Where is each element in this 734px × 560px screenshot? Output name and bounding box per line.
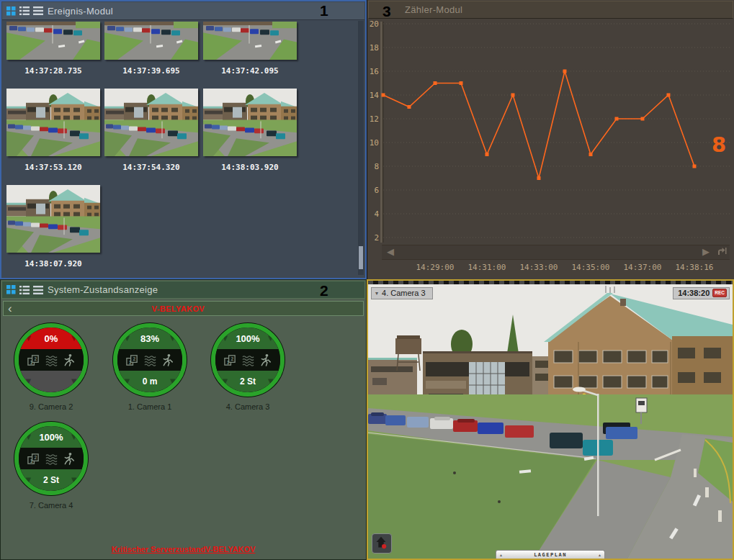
counter-chart: 246810121416182014:29:0014:31:0014:33:00…: [367, 0, 734, 279]
svg-text:12: 12: [370, 114, 379, 124]
app-root: Ereignis-Modul 14:37:28.735 14:37:39.695…: [0, 0, 734, 560]
lageplan-label: LAGEPLAN: [502, 552, 599, 558]
gauge-bottom-segment: ▼ ▼: [19, 371, 84, 392]
grid-view-icon[interactable]: [6, 285, 16, 294]
svg-text:14:38:16: 14:38:16: [676, 263, 714, 272]
header-icons: [6, 285, 43, 294]
event-timestamp: 14:37:53.120: [6, 163, 100, 172]
header-icons: [6, 6, 43, 16]
status-server-bar: ‹ V-BELYAKOV: [3, 301, 364, 316]
svg-text:6: 6: [374, 186, 379, 195]
event-thumbnail[interactable]: [6, 185, 100, 253]
arrow-down-icon: ▼: [69, 376, 79, 387]
gauge-bottom-value: 2 St: [43, 475, 59, 485]
annotation-digit-1: 1: [320, 3, 328, 18]
camera-view-panel[interactable]: ▾ 4. Camera 3 14:38:20 REC ▴ LAGEPLAN ▴: [367, 279, 734, 560]
event-scrollbar[interactable]: [358, 21, 364, 275]
arrow-down-icon: ▼: [220, 376, 230, 387]
grid-view-icon[interactable]: [6, 6, 16, 16]
status-module-header[interactable]: System-Zustandsanzeige: [1, 281, 365, 299]
camera-name-label: 4. Camera 3: [382, 289, 426, 297]
event-module-header[interactable]: Ereignis-Modul: [2, 2, 364, 20]
camera-status-gauge[interactable]: ▼ 83% ▼ ▼ 0 m ▼ 1. Camera 1: [110, 323, 189, 411]
event-scrollbar-thumb[interactable]: [359, 246, 363, 269]
lageplan-collapsed-tab[interactable]: ▴ LAGEPLAN ▴: [496, 550, 605, 559]
gauge-top-segment: ▼ 0% ▼: [19, 328, 84, 349]
camera-status-gauge[interactable]: ▼ 100% ▼ ▼ 2 St ▼ 7. Camera 4: [12, 422, 91, 510]
status-module-title: System-Zustandsanzeige: [48, 284, 158, 295]
svg-text:20: 20: [370, 19, 379, 29]
chart-scrollbar[interactable]: [382, 245, 730, 260]
list-icon[interactable]: [33, 286, 43, 294]
critical-server-alert[interactable]: Kritischer ServerzustandV-BELYAKOV: [1, 545, 366, 554]
svg-text:14:37:00: 14:37:00: [624, 263, 662, 272]
event-timestamp: 14:37:54.320: [104, 163, 198, 172]
runner-icon: [161, 353, 175, 367]
gauge-label: 4. Camera 3: [208, 402, 287, 411]
svg-text:18: 18: [370, 43, 379, 53]
event-timestamp: 14:37:28.735: [6, 66, 100, 76]
gauge-label: 9. Camera 2: [12, 402, 91, 411]
arrow-down-icon: ▼: [220, 333, 230, 343]
event-thumbnail[interactable]: [203, 22, 297, 60]
runner-icon: [63, 353, 76, 367]
collapse-up-icon: ▴: [599, 552, 601, 557]
svg-text:14:33:00: 14:33:00: [520, 263, 558, 272]
list-icon[interactable]: [33, 6, 43, 15]
svg-text:14: 14: [370, 91, 380, 100]
svg-text:10: 10: [370, 138, 379, 148]
status-module-panel: System-Zustandsanzeige ‹ V-BELYAKOV ▼ 0%…: [0, 279, 367, 560]
arrow-down-icon: ▼: [168, 376, 177, 387]
svg-text:8: 8: [374, 162, 379, 171]
arrow-down-icon: ▼: [69, 431, 79, 442]
svg-text:14:29:00: 14:29:00: [416, 263, 455, 272]
svg-text:14:35:00: 14:35:00: [572, 263, 610, 272]
arrow-down-icon: ▼: [24, 376, 33, 387]
event-timestamp: 14:38:03.920: [203, 163, 297, 172]
arrow-down-icon: ▼: [24, 333, 33, 343]
gauge-bottom-segment: ▼ 2 St ▼: [19, 469, 84, 491]
event-thumbnail[interactable]: [104, 89, 198, 156]
counter-module-header[interactable]: Zähler-Modul: [368, 1, 733, 19]
svg-text:16: 16: [370, 67, 379, 76]
camera-home-record-icon[interactable]: [372, 533, 392, 554]
gauge-top-segment: ▼ 100% ▼: [19, 426, 84, 448]
gauge-bottom-value: 2 St: [240, 376, 256, 387]
camera-name-badge[interactable]: ▾ 4. Camera 3: [371, 287, 433, 299]
arrow-down-icon: ▼: [266, 376, 275, 387]
camera-status-gauge[interactable]: ▼ 100% ▼ ▼ 2 St ▼ 4. Camera 3: [208, 323, 287, 411]
event-timestamp: 14:37:39.695: [104, 66, 198, 76]
event-timestamp: 14:37:42.095: [203, 66, 297, 76]
gauge-top-value: 83%: [140, 333, 159, 344]
event-thumbnail[interactable]: [203, 89, 297, 156]
frames-icon: [27, 452, 40, 466]
event-thumbnail[interactable]: [6, 89, 100, 156]
arrow-down-icon: ▼: [69, 474, 79, 485]
event-thumbnail[interactable]: [6, 22, 100, 60]
gauge-icon-band: [117, 349, 182, 371]
counter-current-value: 8: [712, 132, 726, 157]
annotation-digit-2: 2: [320, 283, 328, 298]
chart-scroll-left-icon[interactable]: ◀: [387, 247, 394, 256]
counter-module-title: Zähler-Modul: [405, 4, 462, 15]
detail-list-icon[interactable]: [19, 6, 30, 15]
gauge-ring: ▼ 83% ▼ ▼ 0 m ▼: [113, 323, 187, 397]
camera-drag-strip[interactable]: [368, 281, 733, 284]
event-thumbnail[interactable]: [104, 22, 198, 60]
chart-scroll-right-icon[interactable]: ▶: [702, 247, 710, 256]
chart-jump-to-end-icon[interactable]: [717, 247, 727, 256]
gauge-icon-band: [19, 349, 84, 371]
gauge-top-segment: ▼ 83% ▼: [117, 328, 182, 349]
gauge-top-value: 100%: [236, 333, 259, 344]
svg-text:4: 4: [374, 209, 379, 219]
camera-video-image: [368, 284, 733, 559]
event-timestamp: 14:38:07.920: [6, 259, 100, 268]
gauge-top-value: 100%: [39, 432, 63, 443]
gauge-label: 7. Camera 4: [12, 501, 91, 510]
arrow-down-icon: ▼: [122, 376, 132, 387]
detail-list-icon[interactable]: [19, 286, 30, 294]
arrow-down-icon: ▼: [168, 333, 177, 343]
svg-text:2: 2: [374, 233, 379, 243]
motion-waves-icon: [143, 353, 157, 367]
camera-status-gauge[interactable]: ▼ 0% ▼ ▼ ▼ 9. Camera 2: [12, 323, 91, 411]
